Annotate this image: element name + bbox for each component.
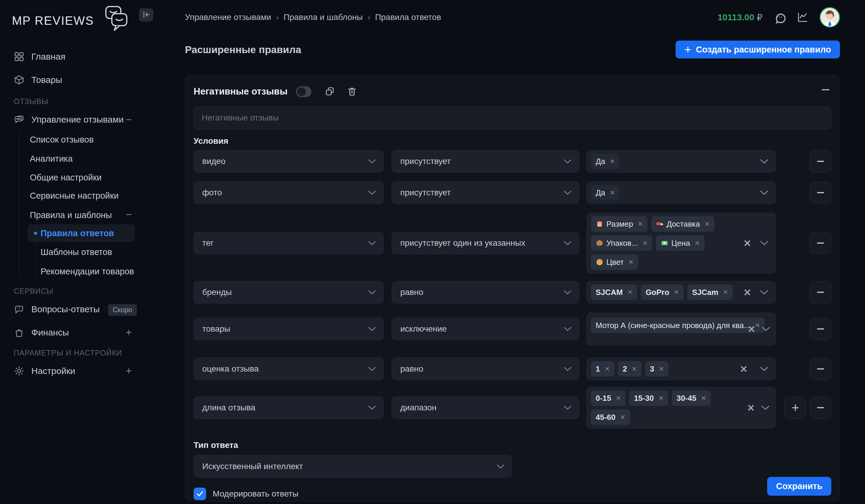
chevron-down-icon[interactable]	[760, 159, 769, 164]
condition-row: длина отзыва диапазон 0-15 × 15-30	[194, 387, 831, 429]
remove-tag-icon[interactable]: ×	[755, 321, 760, 329]
remove-condition-button[interactable]	[809, 232, 831, 254]
operator-select[interactable]: равно	[392, 281, 579, 304]
sidebar-item-general-settings[interactable]: Общие настройки	[30, 173, 102, 183]
rule-name-input[interactable]	[194, 106, 831, 129]
sidebar-item-label: Главная	[31, 51, 65, 62]
remove-tag-icon[interactable]: ×	[659, 394, 664, 402]
remove-condition-button[interactable]	[809, 358, 831, 380]
remove-tag-icon[interactable]: ×	[604, 365, 609, 373]
remove-condition-button[interactable]	[809, 181, 831, 204]
sidebar-item-qa[interactable]: ? Вопросы-ответы Скоро	[0, 302, 146, 317]
remove-condition-button[interactable]	[809, 281, 831, 303]
sidebar-item-analytics[interactable]: Аналитика	[30, 154, 73, 164]
add-condition-button[interactable]: +	[784, 397, 806, 419]
chevron-down-icon[interactable]	[760, 190, 769, 195]
values-multiselect[interactable]: Размер × Доставка × Упаков... ×	[586, 213, 776, 273]
collapse-card-icon[interactable]	[822, 89, 830, 90]
values-multiselect[interactable]: Мотор А (сине-красные провода) для ква..…	[586, 313, 776, 345]
clear-values-icon[interactable]: ×	[740, 363, 747, 375]
expand-section-icon[interactable]: +	[126, 327, 132, 338]
remove-tag-icon[interactable]: ×	[695, 239, 700, 247]
field-select[interactable]: видео	[194, 150, 383, 173]
values-multiselect[interactable]: 1 × 2 × 3 × ×	[586, 358, 776, 380]
clear-values-icon[interactable]: ×	[748, 402, 754, 414]
package-emoji-icon	[596, 239, 603, 247]
sidebar-item-review-list[interactable]: Список отзывов	[30, 135, 94, 145]
balance-amount[interactable]: 10113.00	[717, 12, 754, 22]
chevron-down-icon[interactable]	[761, 326, 771, 332]
trash-icon[interactable]	[347, 86, 357, 97]
remove-tag-icon[interactable]: ×	[632, 365, 636, 373]
sidebar-item-rules-templates[interactable]: Правила и шаблоны −	[0, 207, 146, 222]
remove-tag-icon[interactable]: ×	[620, 413, 625, 421]
sidebar-item-home[interactable]: Главная	[0, 49, 146, 65]
operator-select[interactable]: диапазон	[392, 396, 579, 419]
field-select[interactable]: товары	[194, 318, 383, 340]
moderate-checkbox[interactable]	[194, 488, 206, 500]
values-multiselect[interactable]: Да ×	[586, 150, 776, 173]
sidebar-item-products[interactable]: Товары	[0, 72, 146, 88]
collapse-section-icon[interactable]: −	[126, 114, 132, 125]
operator-select[interactable]: присутствует	[392, 181, 579, 204]
operator-select[interactable]: присутствует один из указанных	[392, 232, 579, 254]
values-multiselect[interactable]: 0-15 × 15-30 × 30-45 × 45-60	[586, 387, 776, 429]
remove-tag-icon[interactable]: ×	[643, 239, 648, 247]
sidebar-item-finance[interactable]: Финансы +	[0, 325, 146, 340]
remove-tag-icon[interactable]: ×	[674, 288, 679, 296]
remove-tag-icon[interactable]: ×	[638, 220, 643, 228]
remove-tag-icon[interactable]: ×	[616, 394, 621, 402]
operator-select[interactable]: присутствует	[392, 150, 579, 173]
remove-tag-icon[interactable]: ×	[701, 394, 706, 402]
sidebar-item-product-recommendations[interactable]: Рекомендации товаров	[27, 262, 135, 280]
save-button[interactable]: Сохранить	[767, 477, 831, 496]
remove-tag-icon[interactable]: ×	[723, 288, 728, 296]
operator-select[interactable]: исключение	[392, 318, 579, 340]
field-select[interactable]: оценка отзыва	[194, 358, 383, 380]
breadcrumb-reply-rules[interactable]: Правила ответов	[375, 13, 441, 22]
field-select[interactable]: фото	[194, 181, 383, 204]
create-rule-button[interactable]: + Создать расширенное правило	[676, 40, 840, 58]
clear-values-icon[interactable]: ×	[744, 237, 751, 249]
chevron-down-icon[interactable]	[760, 241, 769, 246]
expand-section-icon[interactable]: +	[126, 366, 132, 376]
collapse-sidebar-icon	[142, 10, 151, 20]
remove-tag-icon[interactable]: ×	[627, 288, 632, 296]
field-select[interactable]: длина отзыва	[194, 396, 383, 419]
reply-type-select[interactable]: Искусственный интеллект	[194, 455, 512, 478]
sidebar-item-reply-templates[interactable]: Шаблоны ответов	[27, 243, 135, 261]
collapse-sidebar-button[interactable]	[139, 8, 153, 22]
clear-values-icon[interactable]: ×	[748, 323, 755, 335]
values-multiselect[interactable]: Да ×	[586, 181, 776, 204]
sidebar-item-reply-rules[interactable]: Правила ответов	[27, 224, 135, 242]
remove-tag-icon[interactable]: ×	[610, 188, 615, 197]
breadcrumb-review-management[interactable]: Управление отзывами	[185, 13, 271, 22]
remove-tag-icon[interactable]: ×	[610, 157, 615, 165]
box-icon	[14, 74, 24, 85]
sidebar-item-review-management[interactable]: Управление отзывами −	[0, 112, 146, 127]
remove-tag-icon[interactable]: ×	[704, 220, 709, 228]
analytics-chart-icon[interactable]	[796, 11, 809, 24]
operator-select[interactable]: равно	[392, 358, 579, 380]
remove-condition-button[interactable]	[809, 397, 831, 419]
field-select[interactable]: бренды	[194, 281, 383, 304]
avatar[interactable]	[820, 7, 840, 27]
field-select[interactable]: тег	[194, 232, 383, 254]
chevron-down-icon[interactable]	[760, 290, 769, 295]
remove-condition-button[interactable]	[809, 318, 831, 340]
breadcrumb-rules-templates[interactable]: Правила и шаблоны	[284, 13, 363, 22]
remove-condition-button[interactable]	[809, 150, 831, 172]
rule-enabled-toggle[interactable]	[296, 86, 311, 97]
collapse-section-icon[interactable]: −	[126, 209, 132, 220]
chevron-down-icon[interactable]	[760, 366, 769, 372]
logo[interactable]: MP REVIEWS	[12, 8, 129, 33]
copy-icon[interactable]	[324, 86, 335, 97]
remove-tag-icon[interactable]: ×	[659, 365, 664, 373]
chat-bubble-icon[interactable]	[773, 11, 786, 24]
sidebar-item-service-settings[interactable]: Сервисные настройки	[30, 191, 119, 201]
clear-values-icon[interactable]: ×	[744, 286, 751, 298]
values-multiselect[interactable]: SJCAM × GoPro × SJCam × ×	[586, 281, 776, 304]
chevron-down-icon[interactable]	[761, 405, 770, 410]
remove-tag-icon[interactable]: ×	[628, 258, 633, 266]
sidebar-item-settings[interactable]: Настройки +	[0, 363, 146, 379]
